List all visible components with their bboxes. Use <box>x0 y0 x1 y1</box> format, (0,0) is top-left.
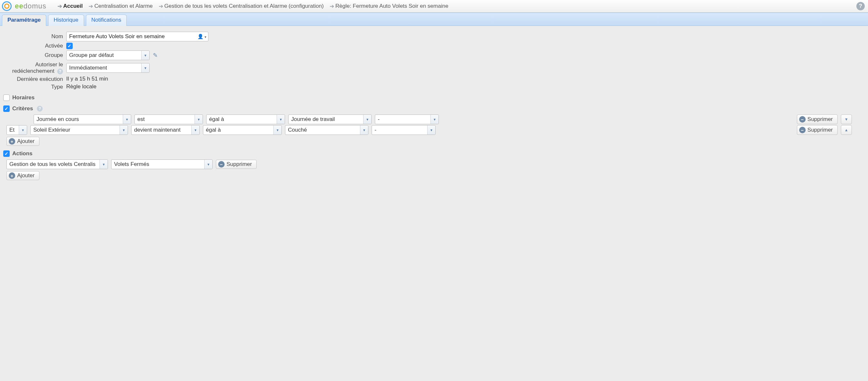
arrow-right-icon: ➔ <box>89 3 93 10</box>
minus-icon: − <box>799 116 806 123</box>
brand-domus: domus <box>23 2 46 10</box>
chevron-down-icon: ▼ <box>363 129 366 132</box>
row-derniere-execution: Dernière exécution Il y a 15 h 51 min <box>3 76 865 82</box>
breadcrumb-accueil[interactable]: ➔ Accueil <box>56 2 84 10</box>
label-type: Type <box>3 84 66 90</box>
help-icon[interactable]: ? <box>37 106 43 112</box>
crit-move-up-button[interactable]: ▲ <box>841 125 852 135</box>
breadcrumb-centralisation[interactable]: ➔ Centralisation et Alarme <box>87 2 154 10</box>
action-row: Gestion de tous les volets Centralis▼ Vo… <box>6 159 865 169</box>
tab-strip: Paramétrage Historique Notifications <box>0 12 868 26</box>
actions-title: Actions <box>12 150 32 157</box>
chevron-down-icon: ▼ <box>122 129 125 132</box>
arrow-right-icon: ➔ <box>58 3 62 10</box>
arrow-right-icon: ➔ <box>159 3 163 10</box>
breadcrumb-label: Accueil <box>63 3 83 9</box>
chevron-down-icon: ▼ <box>433 118 436 122</box>
chevron-down-icon: ▼ <box>207 163 210 167</box>
actions-list: Gestion de tous les volets Centralis▼ Vo… <box>6 159 865 180</box>
minus-icon: − <box>218 161 225 168</box>
crit-bool-op-select[interactable]: Et▼ <box>6 125 27 135</box>
section-actions: ✓ Actions <box>3 150 865 157</box>
crit-value-select[interactable]: Couché▼ <box>285 125 368 135</box>
action-delete-button[interactable]: − Supprimer <box>216 160 256 169</box>
minus-icon: − <box>799 127 806 133</box>
crit-extra-select[interactable]: -▼ <box>372 125 436 135</box>
chevron-down-icon: ▼ <box>144 54 147 57</box>
content-area: Nom 👤 Activée ✓ Groupe Groupe par défaut… <box>0 26 868 190</box>
chevron-down-icon: ▼ <box>125 118 129 122</box>
label-activee: Activée <box>3 43 66 49</box>
label-groupe: Groupe <box>3 52 66 59</box>
criteria-row: Et▼ Soleil Extérieur▼ devient maintenant… <box>6 125 865 135</box>
section-horaires: Horaires <box>3 94 865 101</box>
type-value: Règle locale <box>66 83 97 90</box>
redeclenchement-select-value: Immédiatement <box>69 65 107 71</box>
chevron-down-icon: ▼ <box>197 118 200 122</box>
chevron-down-icon: ▼ <box>21 129 25 132</box>
crit-comparator-select[interactable]: égal à▼ <box>206 115 285 124</box>
tab-parametrage[interactable]: Paramétrage <box>2 14 46 26</box>
breadcrumb-label: Règle: Fermeture Auto Volets Soir en sem… <box>335 3 448 9</box>
crit-delete-button[interactable]: − Supprimer <box>797 125 838 135</box>
chevron-down-icon: ▼ <box>144 66 147 70</box>
criteria-row: Journée en cours▼ est▼ égal à▼ Journée d… <box>6 115 865 124</box>
top-bar: eedomus ➔ Accueil ➔ Centralisation et Al… <box>0 0 868 12</box>
arrow-right-icon: ➔ <box>330 3 334 10</box>
action-add-button[interactable]: + Ajouter <box>6 171 39 180</box>
crit-add-button[interactable]: + Ajouter <box>6 137 39 146</box>
chevron-down-icon: ▼ <box>102 163 105 167</box>
action-value-select[interactable]: Volets Fermés▼ <box>111 159 213 169</box>
row-groupe: Groupe Groupe par défaut ▼ ✎ <box>3 51 865 60</box>
brand-ee: ee <box>15 2 23 10</box>
crit-move-down-button[interactable]: ▼ <box>841 115 852 124</box>
criteria-list: Journée en cours▼ est▼ égal à▼ Journée d… <box>6 115 865 146</box>
label-derniere-execution: Dernière exécution <box>3 76 66 83</box>
chevron-down-icon: ▼ <box>430 129 433 132</box>
crit-comparator-select[interactable]: égal à▼ <box>203 125 282 135</box>
plus-icon: + <box>9 138 15 145</box>
horaires-title: Horaires <box>12 94 35 101</box>
criteres-checkbox[interactable]: ✓ <box>3 106 10 112</box>
horaires-checkbox[interactable] <box>3 94 10 101</box>
crit-delete-button[interactable]: − Supprimer <box>797 115 838 124</box>
breadcrumb-label: Centralisation et Alarme <box>94 3 153 9</box>
row-nom: Nom 👤 <box>3 32 865 41</box>
crit-value-select[interactable]: Journée de travail▼ <box>288 115 372 124</box>
nom-input[interactable] <box>66 32 209 41</box>
redeclenchement-select[interactable]: Immédiatement ▼ <box>66 63 150 73</box>
breadcrumb-label: Gestion de tous les volets Centralisatio… <box>164 3 324 9</box>
crit-source-select[interactable]: Soleil Extérieur▼ <box>30 125 128 135</box>
label-redeclenchement: Autoriser le redéclenchement ? <box>3 61 66 75</box>
derniere-execution-value: Il y a 15 h 51 min <box>66 76 108 82</box>
chevron-down-icon: ▼ <box>279 118 282 122</box>
chevron-down-icon: ▼ <box>194 129 197 132</box>
edit-groupe-icon[interactable]: ✎ <box>153 52 158 59</box>
plus-icon: + <box>9 172 15 179</box>
groupe-select-value: Groupe par défaut <box>69 52 114 59</box>
crit-source-select[interactable]: Journée en cours▼ <box>34 115 131 124</box>
actions-checkbox[interactable]: ✓ <box>3 150 10 157</box>
user-dropdown-icon[interactable]: 👤 <box>197 34 207 39</box>
help-icon[interactable]: ? <box>856 2 865 10</box>
row-activee: Activée ✓ <box>3 43 865 49</box>
groupe-select[interactable]: Groupe par défaut ▼ <box>66 51 150 60</box>
row-redeclenchement: Autoriser le redéclenchement ? Immédiate… <box>3 61 865 75</box>
logo-icon <box>2 1 12 11</box>
breadcrumb-gestion-volets[interactable]: ➔ Gestion de tous les volets Centralisat… <box>157 2 325 10</box>
crit-verb-select[interactable]: devient maintenant▼ <box>131 125 200 135</box>
crit-verb-select[interactable]: est▼ <box>134 115 203 124</box>
chevron-down-icon: ▼ <box>366 118 369 122</box>
action-device-select[interactable]: Gestion de tous les volets Centralis▼ <box>6 159 108 169</box>
activee-checkbox[interactable]: ✓ <box>66 43 73 49</box>
help-icon[interactable]: ? <box>57 68 63 75</box>
breadcrumb-regle[interactable]: ➔ Règle: Fermeture Auto Volets Soir en s… <box>328 2 450 10</box>
brand: eedomus <box>15 2 46 10</box>
chevron-down-icon: ▼ <box>276 129 279 132</box>
label-nom: Nom <box>3 33 66 40</box>
row-type: Type Règle locale <box>3 83 865 90</box>
tab-historique[interactable]: Historique <box>48 14 84 26</box>
tab-notifications[interactable]: Notifications <box>86 14 127 26</box>
criteres-title: Critères <box>12 106 33 112</box>
crit-extra-select[interactable]: -▼ <box>375 115 439 124</box>
